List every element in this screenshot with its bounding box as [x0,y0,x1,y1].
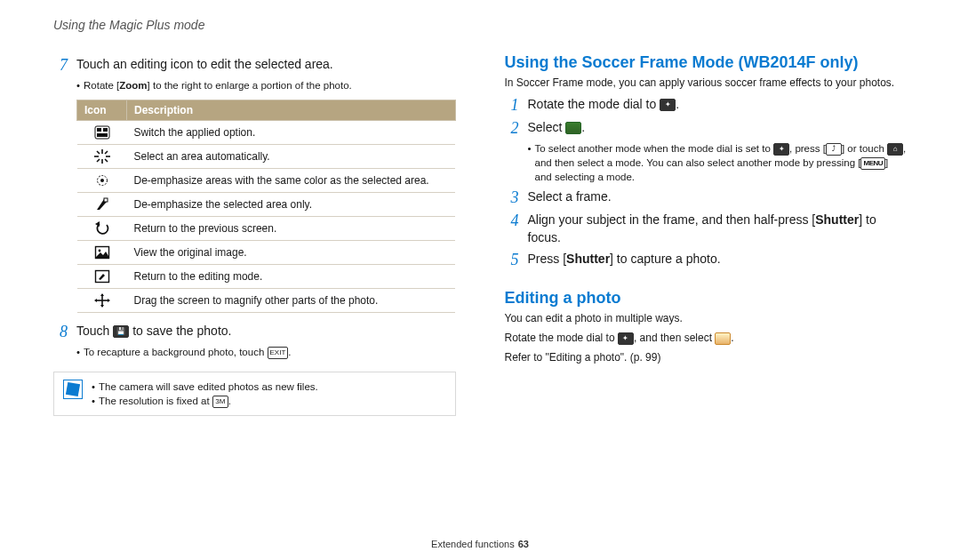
left-column: 7 Touch an editing icon to edit the sele… [53,52,456,416]
text: Rotate the mode dial to [528,97,660,111]
note-box: The camera will save edited photos as ne… [53,372,456,416]
table-header-icon: Icon [77,100,127,121]
editing-photo-title: Editing a photo [505,289,908,308]
deemphasize-area-icon [94,197,110,212]
bullet: To recapture a background photo, touch E… [76,345,456,359]
step-text: Align your subject in the frame, and the… [528,211,908,246]
auto-select-icon [94,149,110,164]
svg-line-11 [105,151,108,154]
soccer-step-2-bullets: To select another mode when the mode dia… [528,141,908,184]
soccer-step-4: 4 Align your subject in the frame, and t… [505,211,908,246]
table-row: Return to the editing mode. [77,265,456,289]
mode-dial-icon: ✦ [660,99,676,111]
step-7-bullets: Rotate [Zoom] to the right to enlarge a … [76,78,456,92]
back-button-icon: ⤴ [826,143,842,156]
table-header-description: Description [127,100,456,121]
return-edit-icon [94,269,110,284]
text: Press [ [528,252,567,266]
svg-line-10 [97,159,100,162]
note-item: The resolution is fixed at 3M. [92,394,446,408]
bullet-text: Rotate [ [84,80,119,91]
text: . [228,396,231,406]
table-row: Switch the applied option. [77,121,456,145]
page-number: 63 [518,539,529,549]
content-columns: 7 Touch an editing icon to edit the sele… [53,52,907,416]
footer-label: Extended functions [431,539,515,549]
edit-line-3: Refer to "Editing a photo". (p. 99) [505,350,908,364]
text: The resolution is fixed at [99,396,212,406]
bullet-bold: Zoom [119,80,147,91]
table-icon-cell [77,169,127,193]
deemphasize-color-icon [94,173,110,188]
step-7: 7 Touch an editing icon to edit the sele… [53,55,456,75]
mode-dial-icon: ✦ [773,143,789,156]
step-number: 7 [53,55,68,75]
soccer-step-2: 2 Select . [505,118,908,138]
text: to save the photo. [129,324,231,338]
step-8: 8 Touch 💾 to save the photo. [53,322,456,341]
table-row: Drag the screen to magnify other parts o… [77,289,456,313]
soccer-frame-icon [565,122,581,134]
step-number: 1 [505,95,519,115]
soccer-step-1: 1 Rotate the mode dial to ✦. [505,95,908,115]
table-desc-cell: De-emphasize areas with the same color a… [127,169,456,193]
bullet-text: To recapture a background photo, touch [84,347,268,357]
table-desc-cell: Return to the previous screen. [127,217,456,241]
bold: Shutter [815,212,859,227]
right-column: Using the Soccer Frame Mode (WB2014F onl… [505,52,908,416]
table-row: De-emphasize areas with the same color a… [77,169,456,193]
table-row: Return to the previous screen. [77,217,456,241]
text: ] to capture a photo. [610,252,721,266]
table-icon-cell [77,241,127,265]
menu-button-icon: MENU [860,157,885,170]
step-number: 2 [505,118,519,138]
table-row: De-emphasize the selected area only. [77,193,456,217]
bullet-text: ] to the right to enlarge a portion of t… [148,80,352,91]
text: , and then select [634,332,715,344]
svg-rect-1 [97,128,101,132]
text: . [581,120,585,134]
svg-rect-2 [103,128,108,132]
table-icon-cell [77,145,127,169]
svg-point-13 [100,179,104,182]
soccer-step-5: 5 Press [Shutter] to capture a photo. [505,250,908,269]
step-text: Select a frame. [528,188,908,207]
table-icon-cell [77,265,127,289]
view-original-icon [94,245,110,260]
return-previous-icon [94,221,110,236]
step-number: 5 [505,250,519,269]
home-icon: ⌂ [887,143,903,156]
text: , press [ [789,143,826,154]
soccer-intro: In Soccer Frame mode, you can apply vari… [505,76,908,90]
table-desc-cell: View the original image. [127,241,456,265]
step-text: Touch an editing icon to edit the select… [76,55,456,75]
text: . [676,97,679,111]
step-text: Touch 💾 to save the photo. [76,322,456,341]
bullet-text: . [288,347,291,357]
step-number: 3 [505,188,519,207]
text: Rotate the mode dial to [505,332,618,344]
table-desc-cell: Drag the screen to magnify other parts o… [127,289,456,313]
table-icon-cell [77,193,127,217]
text: Touch [76,324,113,338]
bullet: Rotate [Zoom] to the right to enlarge a … [76,78,456,92]
text: . [731,332,733,344]
svg-line-8 [97,151,100,154]
note-icon [63,380,83,399]
edit-line-1: You can edit a photo in multiple ways. [505,311,908,325]
resolution-chip: 3M [212,396,228,408]
svg-line-9 [105,159,108,162]
bold: Shutter [566,252,610,266]
table-icon-cell [77,289,127,313]
table-desc-cell: Return to the editing mode. [127,265,456,289]
step-8-bullets: To recapture a background photo, touch E… [76,345,456,359]
table-row: Select an area automatically. [77,145,456,169]
page-header: Using the Magic Plus mode [53,18,907,32]
bullet: To select another mode when the mode dia… [528,141,908,184]
drag-magnify-icon [94,293,110,308]
text: Align your subject in the frame, and the… [528,212,816,227]
table-desc-cell: Select an area automatically. [127,145,456,169]
step-text: Select . [528,118,908,138]
page-footer: Extended functions63 [0,539,960,549]
text: To select another mode when the mode dia… [535,143,774,154]
